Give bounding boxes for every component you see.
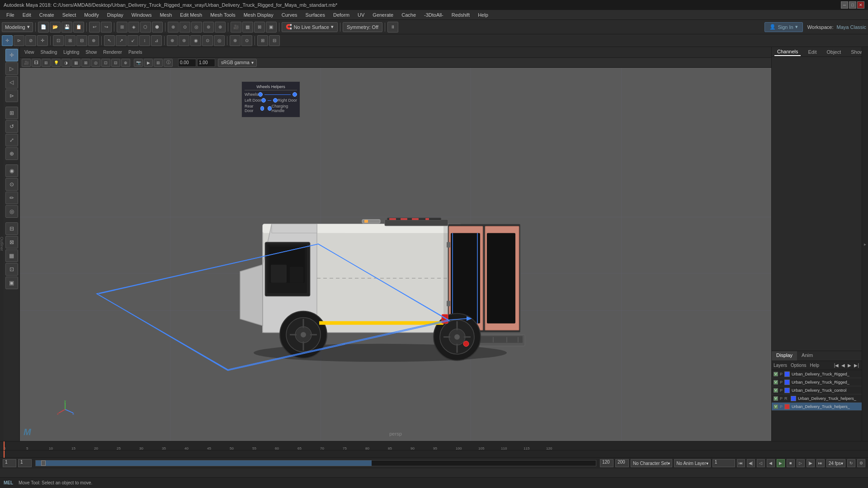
menu-edit-mesh[interactable]: Edit Mesh (176, 11, 206, 19)
menu-windows[interactable]: Windows (128, 11, 156, 19)
move-tool[interactable]: ✛ (5, 49, 18, 61)
stop-btn[interactable]: ■ (787, 459, 795, 467)
layers-subtab[interactable]: Layers (774, 363, 787, 368)
gamma-dropdown[interactable]: sRGB gamma ▾ (218, 59, 257, 67)
manip3[interactable]: ↙ (127, 35, 138, 46)
menu-surfaces[interactable]: Surfaces (302, 11, 329, 19)
channels-tab[interactable]: Channels (774, 48, 801, 56)
timeline-ruler[interactable]: 0 5 10 15 20 25 30 35 40 45 50 55 60 65 … (0, 441, 868, 450)
transform3[interactable]: ⊟ (76, 35, 87, 46)
soft2[interactable]: ⊙ (241, 35, 252, 46)
current-frame-display[interactable]: 1 (712, 459, 735, 467)
range-end-field[interactable]: 120 (600, 459, 613, 467)
save-as-btn[interactable]: 📋 (73, 22, 84, 33)
display-tab[interactable]: Display (772, 351, 797, 361)
play-back-btn[interactable]: ◀ (767, 459, 775, 467)
snapshot-btn[interactable]: 📷 (134, 59, 143, 67)
prev-key-btn[interactable]: ◀| (747, 459, 755, 467)
vp-menu-lighting[interactable]: Lighting (61, 49, 82, 56)
pause-btn[interactable]: ⏸ (387, 22, 398, 33)
paint-effects-tool[interactable]: ✏ (5, 192, 18, 204)
rotate-tool[interactable]: ↺ (5, 120, 18, 133)
tool4[interactable]: ⬢ (152, 22, 163, 33)
minimize-button[interactable]: ─ (841, 1, 848, 9)
vp-menu-shading[interactable]: Shading (38, 49, 60, 56)
wire-btn[interactable]: ⊠ (81, 59, 90, 67)
timeline-playhead-area[interactable] (0, 450, 868, 458)
tool2[interactable]: ◈ (128, 22, 139, 33)
menu-help[interactable]: Help (474, 11, 492, 19)
menu-edit[interactable]: Edit (19, 11, 35, 19)
layer-p-2[interactable]: P (780, 388, 783, 393)
menu-select[interactable]: Select (59, 11, 80, 19)
menu-create[interactable]: Create (36, 11, 58, 19)
new-file-btn[interactable]: 📄 (38, 22, 49, 33)
last-frame-btn[interactable]: ⏭ (816, 459, 825, 467)
grid-btn[interactable]: ⊞ (42, 59, 51, 67)
layout3[interactable]: ⊡ (5, 263, 18, 276)
layer-p-0[interactable]: P (780, 372, 783, 376)
tool1[interactable]: ⊞ (117, 22, 127, 33)
paint-tool[interactable]: ⊳ (5, 89, 18, 102)
layer-row-0[interactable]: V P Urban_Delivery_Truck_Rigged_ (772, 370, 862, 378)
range-start-field[interactable]: 1 (18, 459, 32, 467)
snap3[interactable]: ◎ (191, 22, 202, 33)
modeling-dropdown[interactable]: Modeling ▾ (2, 22, 33, 32)
snap4[interactable]: ⊛ (203, 22, 214, 33)
soft1[interactable]: ⊕ (230, 35, 241, 46)
mel-label[interactable]: MEL (4, 480, 13, 485)
maximize-button[interactable]: □ (849, 1, 856, 9)
soft-select-tool[interactable]: ◉ (5, 164, 18, 177)
lasso-tool[interactable]: ◁ (5, 76, 18, 89)
menu-file[interactable]: File (3, 11, 18, 19)
play-btn[interactable]: ▶ (777, 459, 785, 467)
layer-row-2[interactable]: V P Urban_Delivery_Truck_control (772, 386, 862, 394)
rivet3[interactable]: ◉ (190, 35, 201, 46)
sculpt-tool[interactable]: ⊙ (5, 178, 18, 191)
anim-tab[interactable]: Anim (797, 351, 817, 361)
layout2[interactable]: ▦ (5, 249, 18, 262)
no-live-surface-btn[interactable]: 🧲 No Live Surface ▾ (282, 22, 338, 32)
shader-btn[interactable]: ◑ (61, 59, 71, 67)
transform-tool[interactable]: ⊞ (5, 107, 18, 119)
num-field1[interactable]: 0.00 (178, 59, 196, 67)
manip5[interactable]: ⊿ (151, 35, 162, 46)
ctrl-dot-reardoor[interactable] (260, 106, 264, 111)
select-tool[interactable]: ▷ (5, 62, 18, 75)
nav-last[interactable]: ▶| (853, 363, 860, 368)
ctrl-dot-wheels2[interactable] (292, 92, 297, 97)
lasso-btn[interactable]: ⊳ (14, 35, 24, 46)
transform2[interactable]: ⊞ (65, 35, 75, 46)
layer-p-4[interactable]: P (780, 404, 783, 409)
grid-tool[interactable]: ⊟ (5, 222, 18, 235)
universal-tool[interactable]: ⊕ (5, 147, 18, 160)
viewport-canvas[interactable]: Wheels Helpers Wheels Left Door Right Do… (20, 68, 771, 441)
menu-redshift[interactable]: Redshift (448, 11, 473, 19)
loop-btn[interactable]: ↻ (847, 459, 855, 467)
layer-p-1[interactable]: P (780, 380, 783, 385)
first-frame-btn[interactable]: ⏮ (737, 459, 745, 467)
fps-dropdown[interactable]: 24 fps ▾ (826, 459, 845, 467)
hud-btn[interactable]: ⊞ (154, 59, 163, 67)
deform1[interactable]: ⊞ (257, 35, 268, 46)
nav-next[interactable]: ▶ (847, 363, 852, 368)
menu-3dtoall[interactable]: -3DtoAll- (420, 11, 447, 19)
smooth-btn[interactable]: ◎ (91, 59, 100, 67)
ctrl-dot-wheels[interactable] (258, 92, 263, 97)
character-set-dropdown[interactable]: No Character Set ▾ (631, 459, 672, 467)
camera-btn[interactable]: 🎥 (22, 59, 31, 67)
vp-menu-panels[interactable]: Panels (126, 49, 145, 56)
snap1[interactable]: ⊕ (168, 22, 179, 33)
layer-v-0[interactable]: V (774, 372, 778, 376)
transform4[interactable]: ⊕ (88, 35, 99, 46)
display-btn[interactable]: ⊡ (101, 59, 110, 67)
menu-modify[interactable]: Modify (80, 11, 102, 19)
vp-menu-renderer[interactable]: Renderer (100, 49, 125, 56)
rivet2[interactable]: ⊛ (179, 35, 189, 46)
layer-row-3[interactable]: V P R Urban_Delivery_Truck_helpers_ (772, 394, 862, 403)
menu-cache[interactable]: Cache (398, 11, 420, 19)
manip2[interactable]: ↗ (116, 35, 127, 46)
sign-in-btn[interactable]: 👤 Sign In ▾ (764, 22, 802, 32)
vp-menu-show[interactable]: Show (83, 49, 99, 56)
transform1[interactable]: ⊡ (53, 35, 64, 46)
